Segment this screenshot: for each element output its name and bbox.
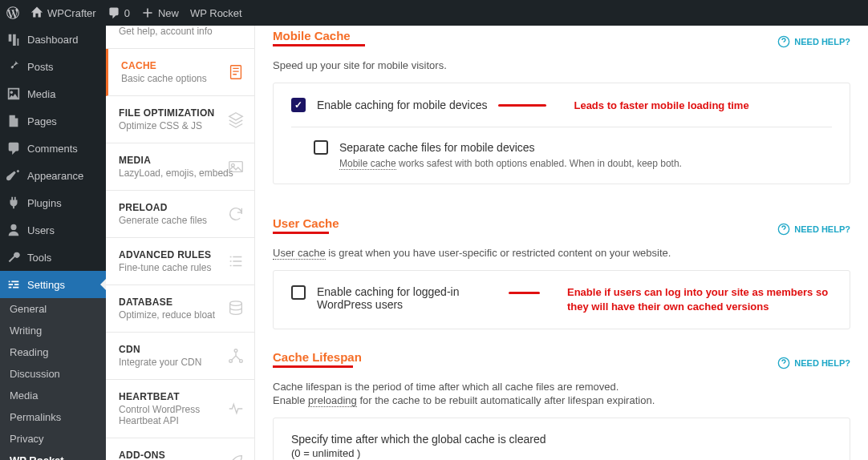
annotation-underline — [273, 232, 329, 234]
checkbox-enable-user-cache[interactable] — [291, 285, 306, 300]
new-content-link[interactable]: New — [141, 6, 179, 19]
nav-heartbeat[interactable]: HEARTBEAT Control WordPress Heartbeat AP… — [106, 380, 254, 438]
brush-icon — [6, 168, 21, 183]
menu-media[interactable]: Media — [0, 80, 106, 107]
user-cache-options: Enable caching for logged-in WordPress u… — [273, 270, 850, 329]
menu-users[interactable]: Users — [0, 216, 106, 244]
menu-dashboard[interactable]: Dashboard — [0, 26, 106, 53]
help-icon — [777, 357, 790, 369]
nav-cdn[interactable]: CDN Integrate your CDN — [106, 333, 254, 380]
new-label: New — [158, 7, 179, 19]
annotation-line — [498, 104, 546, 107]
plugin-icon — [6, 196, 21, 210]
mobile-cache-options: Enable caching for mobile devices Leads … — [273, 83, 850, 184]
menu-plugins[interactable]: Plugins — [0, 189, 106, 216]
menu-settings[interactable]: Settings — [0, 271, 106, 298]
submenu-reading[interactable]: Reading — [0, 341, 106, 363]
lifespan-desc-2: Enable preloading for the cache to be re… — [273, 394, 850, 406]
option-label: Separate cache files for mobile devices — [339, 141, 535, 154]
media-icon — [6, 87, 21, 101]
main-settings-panel: Mobile Cache NEED HELP? Speed up your si… — [255, 26, 868, 460]
comments-link[interactable]: 0 — [107, 6, 130, 19]
wprocket-adminbar-link[interactable]: WP Rocket — [190, 7, 242, 19]
user-icon — [6, 223, 21, 237]
lifespan-sublabel: (0 = unlimited ) — [291, 447, 832, 459]
menu-comments[interactable]: Comments — [0, 135, 106, 162]
nav-file-optimization[interactable]: FILE OPTIMIZATION Optimize CSS & JS — [106, 96, 254, 143]
svg-point-4 — [230, 301, 242, 306]
comment-icon — [6, 141, 21, 155]
page-icon — [6, 114, 21, 128]
menu-tools[interactable]: Tools — [0, 244, 106, 271]
annotation-line — [509, 292, 540, 294]
nav-advanced-rules[interactable]: ADVANCED RULES Fine-tune cache rules — [106, 238, 254, 285]
help-icon — [777, 35, 790, 48]
list-icon — [227, 252, 245, 270]
settings-submenu: General Writing Reading Discussion Media… — [0, 298, 106, 460]
need-help-link[interactable]: NEED HELP? — [777, 35, 850, 48]
admin-sidebar: Dashboard Posts Media Pages Comments App… — [0, 26, 106, 460]
option-hint: Mobile cache works safest with both opti… — [314, 158, 832, 169]
need-help-link[interactable]: NEED HELP? — [777, 223, 850, 236]
annotation-text: Leads to faster mobile loading time — [574, 99, 748, 111]
help-icon — [777, 223, 790, 236]
svg-point-5 — [234, 349, 237, 353]
option-label: Enable caching for mobile devices — [317, 99, 487, 111]
section-cache-lifespan: Cache Lifespan NEED HELP? Cache lifespan… — [273, 350, 850, 460]
annotation-text: Enable if users can log into your site a… — [567, 285, 832, 314]
submenu-privacy[interactable]: Privacy — [0, 428, 106, 450]
nav-media[interactable]: MEDIA LazyLoad, emojis, embeds — [106, 143, 254, 191]
menu-posts[interactable]: Posts — [0, 53, 106, 80]
nav-addons[interactable]: ADD-ONS Add more features — [106, 438, 254, 460]
section-description: User cache is great when you have user-s… — [273, 247, 850, 259]
lifespan-desc-1: Cache lifespan is the period of time aft… — [273, 381, 850, 393]
lifespan-options: Specify time after which the global cach… — [273, 418, 850, 460]
rocket-icon — [227, 453, 245, 460]
section-user-cache: User Cache NEED HELP? User cache is grea… — [273, 216, 850, 329]
submenu-media[interactable]: Media — [0, 385, 106, 406]
wordpress-icon — [6, 6, 19, 19]
wp-logo[interactable] — [6, 6, 19, 19]
checkbox-separate-mobile-cache[interactable] — [314, 140, 328, 155]
lifespan-label: Specify time after which the global cach… — [291, 433, 832, 446]
image-icon — [227, 158, 245, 176]
annotation-underline — [273, 365, 353, 368]
nav-dashboard[interactable]: Get help, account info — [106, 26, 254, 49]
nav-cache[interactable]: CACHE Basic cache options — [106, 49, 254, 96]
menu-pages[interactable]: Pages — [0, 107, 106, 135]
comment-icon — [107, 6, 120, 19]
layers-icon — [227, 111, 245, 128]
site-home-link[interactable]: WPCrafter — [30, 6, 96, 19]
annotation-underline — [273, 44, 365, 46]
nav-preload[interactable]: PRELOAD Generate cache files — [106, 191, 254, 238]
sliders-icon — [6, 277, 21, 292]
heartbeat-icon — [227, 400, 245, 418]
section-description: Speed up your site for mobile visitors. — [273, 59, 850, 71]
need-help-link[interactable]: NEED HELP? — [777, 357, 850, 369]
nav-database[interactable]: DATABASE Optimize, reduce bloat — [106, 285, 254, 333]
submenu-writing[interactable]: Writing — [0, 320, 106, 341]
submenu-discussion[interactable]: Discussion — [0, 363, 106, 385]
section-heading: Mobile Cache — [273, 29, 351, 42]
svg-rect-1 — [231, 66, 241, 79]
pin-icon — [6, 59, 21, 74]
section-heading: User Cache — [273, 216, 339, 230]
comments-count: 0 — [124, 7, 130, 19]
submenu-general[interactable]: General — [0, 298, 106, 320]
checkbox-enable-mobile-cache[interactable] — [291, 98, 306, 112]
refresh-icon — [227, 205, 245, 223]
option-label: Enable caching for logged-in WordPress u… — [317, 285, 497, 311]
dashboard-icon — [6, 32, 21, 46]
section-heading: Cache Lifespan — [273, 350, 362, 364]
home-icon — [30, 6, 43, 19]
plus-icon — [141, 6, 154, 19]
submenu-permalinks[interactable]: Permalinks — [0, 406, 106, 428]
wprocket-side-nav: Get help, account info CACHE Basic cache… — [106, 26, 255, 460]
submenu-wprocket[interactable]: WP Rocket — [0, 450, 106, 460]
menu-appearance[interactable]: Appearance — [0, 162, 106, 189]
admin-top-bar: WPCrafter 0 New WP Rocket — [0, 0, 868, 26]
network-icon — [227, 347, 245, 365]
section-mobile-cache: Mobile Cache NEED HELP? Speed up your si… — [273, 29, 850, 184]
site-name: WPCrafter — [47, 7, 96, 19]
wrench-icon — [6, 250, 21, 264]
